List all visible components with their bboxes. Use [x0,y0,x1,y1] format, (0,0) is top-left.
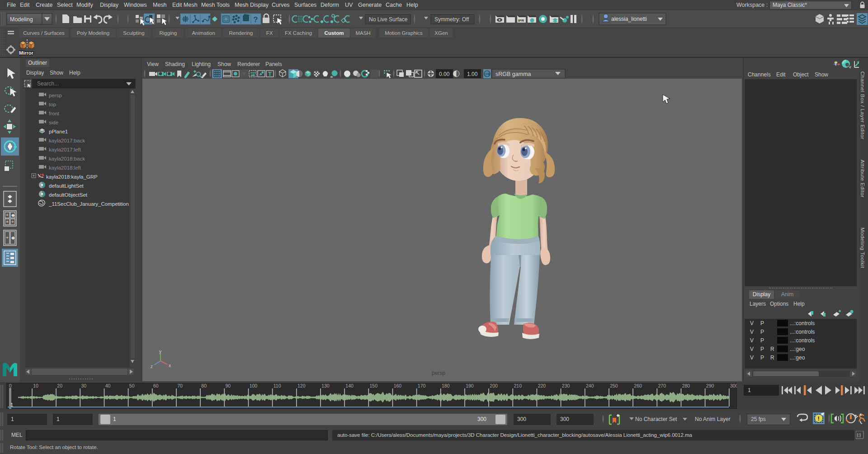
svg-text:P: P [760,320,764,326]
svg-text:top: top [49,102,56,107]
svg-text:GB: GB [485,72,490,76]
svg-text:Mirror: Mirror [19,50,34,56]
svg-text:kayla2017:back: kayla2017:back [49,138,85,143]
svg-text:10: 10 [33,383,38,388]
svg-text:90: 90 [226,383,231,388]
svg-text:...:geo: ...:geo [790,346,805,352]
svg-text:z: z [151,364,153,369]
svg-text:T: T [268,71,272,77]
svg-text:y: y [159,350,161,354]
svg-text:+: + [6,213,9,218]
svg-text:0: 0 [9,383,12,388]
svg-text:kayla2018:left: kayla2018:left [49,165,81,170]
svg-text:190: 190 [466,383,474,388]
svg-text:100: 100 [250,383,258,388]
svg-text:side: side [49,120,58,125]
svg-text:IPR: IPR [518,19,524,23]
svg-text:120: 120 [297,383,306,388]
svg-text:P: P [760,346,764,352]
svg-text:◆: ◆ [11,213,15,218]
svg-text:130: 130 [321,383,330,388]
svg-text:V: V [750,329,754,335]
svg-text:170: 170 [418,383,426,388]
svg-text:Modeling: Modeling [10,16,33,23]
svg-text:60: 60 [153,383,159,388]
svg-text:kayla2018:kayla_GRP: kayla2018:kayla_GRP [46,174,98,180]
svg-text:{:}: {:} [857,433,861,437]
svg-text:20: 20 [57,383,62,388]
svg-text:...:controls: ...:controls [790,329,815,335]
svg-text:kayla2017:left: kayla2017:left [49,147,81,152]
svg-text:P: P [760,355,764,361]
svg-text:V: V [750,355,754,361]
svg-text:Symmetry: Off: Symmetry: Off [434,16,469,23]
svg-text:kayla2018:back: kayla2018:back [49,156,85,161]
svg-text:210: 210 [514,383,522,388]
svg-text:220: 220 [538,383,546,388]
svg-text:alessia_lionetti: alessia_lionetti [611,16,647,22]
svg-text:R: R [770,355,774,361]
svg-text:x: x [169,363,171,368]
svg-text:No Live Surface: No Live Surface [369,16,408,23]
svg-text:80: 80 [201,383,207,388]
svg-text:140: 140 [345,383,354,388]
svg-text:...:geo: ...:geo [790,355,805,361]
svg-text:180: 180 [442,383,450,388]
svg-text:?: ? [253,15,258,24]
svg-text:R: R [770,346,774,352]
svg-text:V: V [750,337,754,344]
svg-text:40: 40 [105,383,111,388]
svg-text:pPlane1: pPlane1 [49,129,68,134]
svg-text:0.00: 0.00 [439,71,450,77]
svg-text:270: 270 [658,383,666,388]
svg-text:1.00: 1.00 [467,71,478,77]
svg-text:160: 160 [394,383,402,388]
svg-text:150: 150 [370,383,378,388]
svg-text:110: 110 [274,383,281,388]
svg-text:290: 290 [706,383,714,388]
svg-text:50: 50 [129,383,135,388]
svg-text:_11SecClub_January_Competition: _11SecClub_January_Competition [48,201,129,207]
svg-text:defaultObjectSet: defaultObjectSet [49,192,88,198]
svg-text:230: 230 [562,383,570,388]
svg-text:250: 250 [610,383,618,388]
svg-text:◆: ◆ [11,235,15,240]
svg-text:P: P [760,337,764,344]
svg-text:200: 200 [490,383,498,388]
svg-text:!: ! [818,415,820,422]
svg-text:persp: persp [49,93,62,98]
svg-text:V: V [750,346,754,352]
svg-text:P: P [760,329,764,335]
svg-text:...:controls: ...:controls [790,337,815,344]
svg-text:+: + [11,219,14,224]
svg-text:V: V [750,320,754,326]
svg-text:defaultLightSet: defaultLightSet [49,183,84,189]
svg-text:280: 280 [682,383,690,388]
svg-text:260: 260 [634,383,642,388]
svg-text:240: 240 [586,383,594,388]
svg-text:+: + [6,219,9,224]
svg-text:sRGB gamma: sRGB gamma [495,71,531,77]
svg-text:...:controls: ...:controls [790,320,815,326]
svg-text:30: 30 [81,383,87,388]
svg-text:70: 70 [177,383,183,388]
svg-text:front: front [49,111,60,116]
svg-text:+: + [6,235,9,240]
svg-text:300: 300 [730,383,737,388]
